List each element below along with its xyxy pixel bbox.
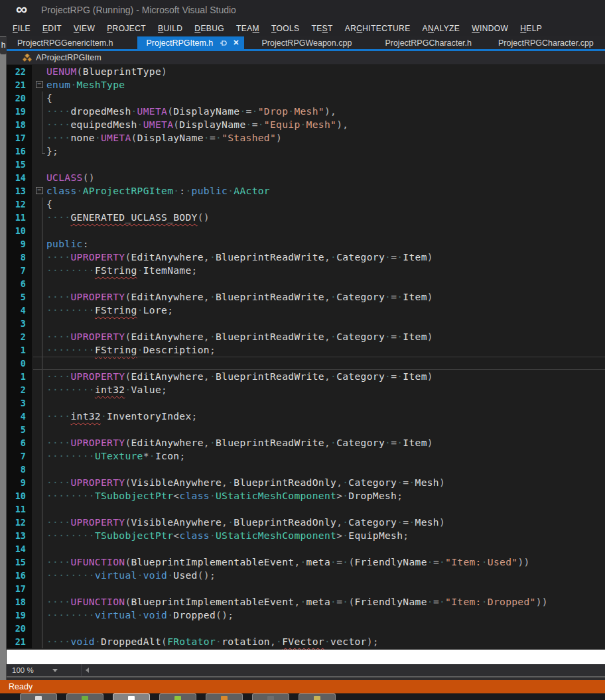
taskbar-button-1[interactable] [20,693,57,700]
code-line[interactable]: 12····UPROPERTY(VisibleAnywhere,·Bluepri… [0,516,605,529]
code-line[interactable]: 15····UFUNCTION(BlueprintImplementableEv… [0,555,605,569]
code-line[interactable]: 3 [0,396,605,410]
visual-studio-window: ∞ ProjectRPG (Running) - Microsoft Visua… [0,0,605,700]
fold-margin [32,436,46,449]
code-line[interactable]: 14 [0,542,605,555]
code-line[interactable]: 4········FString·Lore; [0,304,605,317]
fold-collapse-control[interactable]: − [32,184,46,198]
code-text: class·AProjectRPGItem·:·public·AActor [46,184,270,198]
code-line[interactable]: 18····equipedMesh·UMETA(DisplayName·=·"E… [0,118,605,131]
menu-item-team[interactable]: TEAM [230,22,265,35]
taskbar-button-7[interactable] [299,693,336,700]
tab-projectrpgweapon-cpp[interactable]: ProjectRPGWeapon.cpp [252,36,361,49]
menu-item-edit[interactable]: EDIT [36,22,68,35]
code-text: ········virtual·void·Used(); [46,569,216,582]
code-line[interactable]: 17····none·UMETA(DisplayName·=·"Stashed"… [0,131,605,145]
menu-item-file[interactable]: FILE [7,22,36,35]
fold-margin [32,622,46,635]
code-line[interactable]: 6····UPROPERTY(EditAnywhere,·BlueprintRe… [0,436,605,449]
menu-item-window[interactable]: WINDOW [466,22,514,35]
tab-projectrpgitem-h[interactable]: ProjectRPGItem.h✕ [137,36,245,49]
code-line[interactable]: 1········FString·Description; [0,343,605,357]
code-line[interactable]: 7········UTexture*·Icon; [0,449,605,463]
breadcrumb[interactable]: AProjectRPGItem [0,51,605,64]
tab-projectrpggenericitem-h[interactable]: ProjectRPGGenericItem.h [8,36,123,49]
taskbar-app-icon [35,696,42,700]
menu-item-test[interactable]: TEST [305,22,338,35]
code-line[interactable]: 9····UPROPERTY(VisibleAnywhere,·Blueprin… [0,476,605,489]
code-text: enum·MeshType [46,78,125,91]
code-line[interactable]: 1····UPROPERTY(EditAnywhere,·BlueprintRe… [0,370,605,383]
code-line[interactable]: 14UCLASS() [0,171,605,184]
menu-item-project[interactable]: PROJECT [101,22,152,35]
fold-margin [32,370,46,383]
tab-projectrpgcharacter-cpp[interactable]: ProjectRPGCharacter.cpp [489,36,603,49]
close-tab-icon[interactable]: ✕ [233,38,239,47]
code-line[interactable]: 15 [0,158,605,171]
taskbar-button-6[interactable] [252,693,289,700]
fold-margin [32,609,46,622]
code-line[interactable]: 17 [0,582,605,595]
code-line[interactable]: 5 [0,423,605,436]
fold-margin [32,595,46,609]
fold-margin [32,211,46,224]
fold-margin [32,502,46,516]
fold-margin [32,357,46,370]
code-line[interactable]: 8 [0,463,605,476]
zoom-level-dropdown[interactable]: 100 % [7,664,81,676]
code-line[interactable]: 20 [0,622,605,635]
code-line[interactable]: 12{ [0,198,605,211]
code-line[interactable]: 8····UPROPERTY(EditAnywhere,·BlueprintRe… [0,251,605,264]
code-editor[interactable]: 22UENUM(BlueprintType)21−enum·MeshType20… [0,64,605,650]
horizontal-scroll-left-button[interactable] [82,664,92,676]
menu-item-help[interactable]: HELP [514,22,548,35]
code-line[interactable]: 10 [0,224,605,237]
fold-margin [32,555,46,569]
code-line[interactable]: 2····UPROPERTY(EditAnywhere,·BlueprintRe… [0,330,605,343]
code-line[interactable]: 6 [0,277,605,290]
code-line[interactable]: 11····GENERATED_UCLASS_BODY() [0,211,605,224]
collapse-minus-icon[interactable]: − [36,81,43,88]
code-line[interactable]: 5····UPROPERTY(EditAnywhere,·BlueprintRe… [0,290,605,304]
code-line[interactable]: 20{ [0,91,605,105]
code-line[interactable]: 3 [0,317,605,330]
code-line[interactable]: 16········virtual·void·Used(); [0,569,605,582]
collapse-minus-icon[interactable]: − [36,187,43,194]
code-line[interactable]: 13−class·AProjectRPGItem·:·public·AActor [0,184,605,198]
code-line[interactable]: 22UENUM(BlueprintType) [0,65,605,78]
code-line[interactable]: 9public: [0,237,605,251]
code-line[interactable]: 11 [0,502,605,516]
menu-item-analyze[interactable]: ANALYZE [417,22,466,35]
code-line[interactable]: 4····int32·InventoryIndex; [0,410,605,423]
code-line[interactable]: 7········FString·ItemName; [0,264,605,277]
fold-collapse-control[interactable]: − [32,78,46,91]
taskbar-button-4[interactable] [159,693,196,700]
taskbar-button-5[interactable] [206,693,243,700]
menu-item-tools[interactable]: TOOLS [265,22,305,35]
editor-bottom-white-band [7,650,605,664]
menu-item-architecture[interactable]: ARCHITECTURE [339,22,417,35]
menu-item-build[interactable]: BUILD [152,22,188,35]
code-line[interactable]: 19····dropedMesh·UMETA(DisplayName·=·"Dr… [0,105,605,118]
code-line-current[interactable]: 0 [0,357,605,370]
taskbar-button-2[interactable] [66,693,103,700]
code-line[interactable]: 10········TSubobjectPtr<class·UStaticMes… [0,489,605,502]
pin-tab-icon[interactable] [220,39,228,47]
code-line[interactable]: 21····void·DroppedAlt(FRotator·rotation,… [0,635,605,648]
code-text: ········FString·ItemName; [46,264,198,277]
title-bar[interactable]: ∞ ProjectRPG (Running) - Microsoft Visua… [0,0,605,20]
code-line[interactable]: 2········int32·Value; [0,383,605,396]
tab-projectrpgcharacter-h[interactable]: ProjectRPGCharacter.h [375,36,481,49]
code-line[interactable]: 16}; [0,145,605,158]
menu-item-debug[interactable]: DEBUG [188,22,230,35]
code-line[interactable]: 21−enum·MeshType [0,78,605,91]
taskbar-button-3[interactable] [113,693,150,700]
menu-item-view[interactable]: VIEW [68,22,101,35]
code-line[interactable]: 18····UFUNCTION(BlueprintImplementableEv… [0,595,605,609]
code-text: ····void·DroppedAlt(FRotator·rotation,·F… [46,635,379,648]
horizontal-scrollbar[interactable] [92,664,605,676]
code-text: UCLASS() [46,171,95,184]
taskbar-app-icon [267,696,274,700]
code-line[interactable]: 13········TSubobjectPtr<class·UStaticMes… [0,529,605,542]
code-line[interactable]: 19········virtual·void·Dropped(); [0,609,605,622]
